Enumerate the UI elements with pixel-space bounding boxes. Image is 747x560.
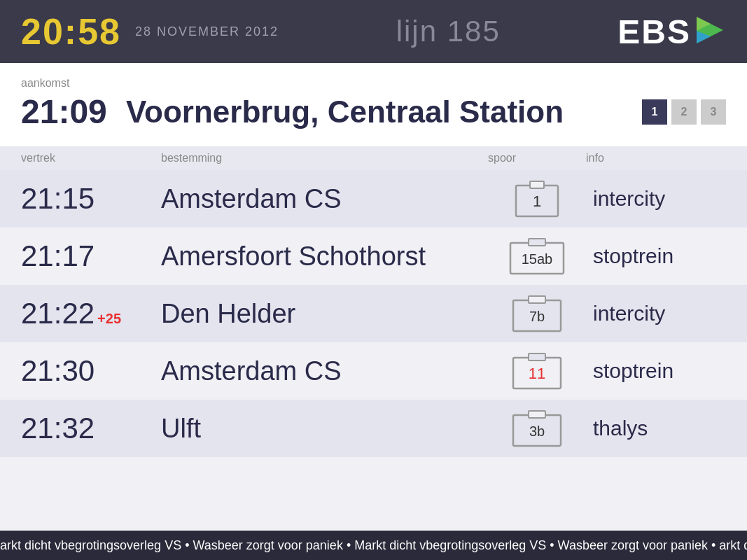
- logo-text: EBS: [617, 13, 691, 51]
- svg-text:7b: 7b: [529, 309, 545, 324]
- departure-destination-5: Ulft: [161, 414, 488, 444]
- svg-text:3b: 3b: [529, 424, 545, 439]
- departure-info-2: stoptrein: [586, 244, 726, 268]
- logo-arrow-icon: [694, 14, 726, 49]
- svg-text:15ab: 15ab: [522, 251, 553, 267]
- departure-destination-2: Amersfoort Schothorst: [161, 241, 488, 272]
- departure-platform-3: 7b: [488, 295, 586, 332]
- svg-rect-7: [529, 239, 545, 246]
- table-row: 21:32 Ulft 3b thalys: [0, 400, 747, 457]
- platform-badge-1: 1: [642, 99, 667, 125]
- departure-destination-4: Amsterdam CS: [161, 356, 488, 386]
- arrival-station: Voornerbrug, Centraal Station: [126, 94, 628, 130]
- departure-platform-2: 15ab: [488, 237, 586, 275]
- table-row: 21:30 Amsterdam CS 11 stoptrein: [0, 342, 747, 400]
- departure-delay-3: +25: [97, 311, 121, 327]
- departure-destination-1: Amsterdam CS: [161, 184, 488, 214]
- departure-info-4: stoptrein: [586, 359, 726, 383]
- svg-text:1: 1: [533, 192, 541, 210]
- table-row: 21:15 Amsterdam CS 1 intercity: [0, 170, 747, 227]
- platform-badges: 1 2 3: [642, 99, 726, 125]
- svg-rect-10: [529, 296, 545, 303]
- header: 20:58 28 NOVEMBER 2012 lijn 185 EBS: [0, 0, 747, 63]
- departure-platform-4: 11: [488, 352, 586, 390]
- col-info: info: [586, 152, 726, 164]
- departure-time-2: 21:17: [21, 239, 161, 273]
- col-vertrek: vertrek: [21, 152, 161, 164]
- line-label: lijn: [396, 15, 438, 48]
- ticker-text: arkt dicht vbegrotingsoverleg VS • Wasbe…: [0, 538, 747, 553]
- departure-platform-1: 1: [488, 180, 586, 218]
- arrival-time: 21:09: [21, 92, 112, 131]
- svg-rect-16: [529, 411, 545, 418]
- table-row: 21:22 +25 Den Helder 7b intercity: [0, 285, 747, 342]
- departures-section: vertrek bestemming spoor info 21:15 Amst…: [0, 146, 747, 531]
- arrival-row: 21:09 Voornerbrug, Centraal Station 1 2 …: [21, 92, 726, 131]
- svg-rect-4: [530, 181, 544, 188]
- logo: EBS: [617, 13, 726, 51]
- departure-time-3: 21:22 +25: [21, 297, 161, 330]
- svg-rect-13: [529, 354, 545, 360]
- departure-platform-5: 3b: [488, 410, 586, 447]
- departure-time-5: 21:32: [21, 412, 161, 445]
- col-bestemming: bestemming: [161, 152, 488, 164]
- departure-time-4: 21:30: [21, 354, 161, 388]
- departure-time-1: 21:15: [21, 182, 161, 216]
- line-number: 185: [447, 15, 501, 48]
- news-ticker: arkt dicht vbegrotingsoverleg VS • Wasbe…: [0, 531, 747, 560]
- col-spoor: spoor: [488, 152, 586, 164]
- svg-text:11: 11: [529, 365, 545, 382]
- platform-badge-3: 3: [701, 99, 726, 125]
- arrival-label: aankomst: [21, 77, 726, 90]
- departure-destination-3: Den Helder: [161, 299, 488, 329]
- platform-badge-2: 2: [671, 99, 697, 125]
- arrival-section: aankomst 21:09 Voornerbrug, Centraal Sta…: [0, 63, 747, 146]
- table-row: 21:17 Amersfoort Schothorst 15ab stoptre…: [0, 227, 747, 285]
- current-date: 28 NOVEMBER 2012: [135, 24, 279, 39]
- departure-info-1: intercity: [586, 187, 726, 211]
- column-headers: vertrek bestemming spoor info: [0, 146, 747, 170]
- current-time: 20:58: [21, 10, 121, 52]
- departure-info-3: intercity: [586, 302, 726, 326]
- line-info: lijn 185: [396, 15, 501, 48]
- departure-info-5: thalys: [586, 416, 726, 440]
